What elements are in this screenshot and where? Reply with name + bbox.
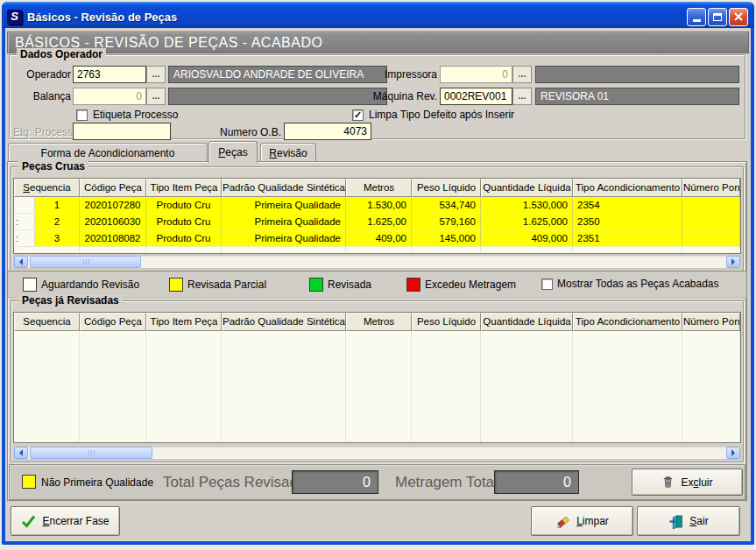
table-row[interactable]: 2 2020106030 Produto Cru Primeira Qualid… xyxy=(14,214,740,230)
excluir-button[interactable]: Excluir xyxy=(632,469,743,496)
col-sequencia[interactable]: Sequencia xyxy=(14,313,80,331)
operador-input[interactable]: 2763 xyxy=(73,66,146,83)
scroll-left-button[interactable] xyxy=(14,447,28,459)
arrow-right-icon xyxy=(731,449,738,456)
metragem-total-label: Metragem Total xyxy=(395,474,498,491)
table-row[interactable]: 1 2020107280 Produto Cru Primeira Qualid… xyxy=(14,197,740,214)
pecas-revisadas-grid[interactable]: Sequencia Código Peça Tipo Item Peça Pad… xyxy=(13,312,741,443)
col-quantidade-liquida[interactable]: Quantidade Líquida xyxy=(481,179,573,197)
cell-metros[interactable]: 409,00 xyxy=(346,230,412,247)
operador-lookup-button[interactable]: ... xyxy=(146,66,166,83)
col-numero-pontos[interactable]: Número Pontos xyxy=(682,313,740,331)
cell-tipo-acond[interactable]: 2354 xyxy=(573,197,682,214)
tab-revisao[interactable]: Revisão xyxy=(260,143,316,162)
cell-tipo-item[interactable]: Produto Cru xyxy=(146,197,222,214)
cell-tipo-item[interactable]: Produto Cru xyxy=(146,230,222,247)
tab-pecas[interactable]: Peças xyxy=(208,141,258,163)
eraser-icon xyxy=(555,514,570,529)
balanca-label: Balança xyxy=(18,90,71,102)
col-peso-liquido[interactable]: Peso Líquido xyxy=(412,313,481,331)
minimize-button[interactable] xyxy=(687,8,706,26)
cell-padrao[interactable]: Primeira Qualidade xyxy=(222,197,346,214)
pecas-revisadas-hscrollbar[interactable] xyxy=(13,446,741,460)
checkbox-icon xyxy=(541,279,553,290)
etiqueta-processo-label: Etiqueta Processo xyxy=(93,109,178,121)
tab-page-pecas: Peças Cruas Sequencia Código Peça Tipo I… xyxy=(7,161,747,501)
sair-button[interactable]: Sair xyxy=(637,506,740,536)
mostrar-todas-checkbox[interactable]: Mostrar Todas as Peças Acabadas xyxy=(541,278,719,290)
cell-codigo[interactable]: 2020108082 xyxy=(80,230,146,247)
minimize-icon xyxy=(693,19,701,22)
col-tipo-acondicionamento[interactable]: Tipo Acondicionamento xyxy=(573,179,682,197)
impressora-lookup-button[interactable]: ... xyxy=(512,66,532,83)
maximize-button[interactable] xyxy=(708,8,727,26)
pecas-revisadas-title: Peças já Revisadas xyxy=(18,294,123,307)
cell-codigo[interactable]: 2020106030 xyxy=(80,214,146,230)
col-metros[interactable]: Metros xyxy=(346,313,412,331)
cell-peso[interactable]: 579,160 xyxy=(412,214,481,230)
etq-processo-label: Etq. Processo xyxy=(13,126,79,138)
cell-quantidade[interactable]: 409,000 xyxy=(481,230,573,247)
cell-quantidade[interactable]: 1.530,000 xyxy=(481,197,573,214)
cell-metros[interactable]: 1.530,00 xyxy=(346,197,412,214)
cell-tipo-acond[interactable]: 2351 xyxy=(573,230,682,247)
col-padrao-qualidade[interactable]: Padrão Qualidade Sintética xyxy=(222,179,346,197)
cell-tipo-acond[interactable]: 2350 xyxy=(573,214,682,230)
col-padrao-qualidade[interactable]: Padrão Qualidade Sintética xyxy=(222,313,346,331)
balanca-input[interactable]: 0 xyxy=(73,88,146,105)
limpa-tipo-defeito-checkbox[interactable]: ✓ Limpa Tipo Defeito após Inserir xyxy=(352,109,514,121)
app-logo-icon: S xyxy=(7,10,22,25)
impressora-input[interactable]: 0 xyxy=(440,66,512,83)
cell-pontos[interactable] xyxy=(682,197,740,214)
cell-peso[interactable]: 534,740 xyxy=(412,197,481,214)
pecas-cruas-hscrollbar[interactable] xyxy=(13,255,741,269)
scrollbar-thumb[interactable] xyxy=(30,447,152,459)
col-quantidade-liquida[interactable]: Quantidade Líquida xyxy=(481,313,573,331)
desktop: S Básicos - Revisão de Peças BÁSICOS - R… xyxy=(0,0,756,550)
balanca-lookup-button[interactable]: ... xyxy=(146,88,166,105)
cell-sequencia[interactable]: 2 xyxy=(35,214,80,230)
scroll-left-button[interactable] xyxy=(14,256,28,268)
cell-quantidade[interactable]: 1.625,000 xyxy=(481,214,573,230)
pecas-cruas-grid[interactable]: Sequencia Código Peça Tipo Item Peça Pad… xyxy=(13,178,741,254)
cell-padrao[interactable]: Primeira Qualidade xyxy=(222,230,346,247)
col-metros[interactable]: Metros xyxy=(346,179,412,197)
encerrar-fase-button[interactable]: Encerrar Fase xyxy=(11,506,120,536)
cell-sequencia[interactable]: 1 xyxy=(35,197,80,214)
col-numero-pontos[interactable]: Número Pontos xyxy=(682,179,740,197)
cell-pontos[interactable] xyxy=(682,214,740,230)
close-button[interactable] xyxy=(729,8,748,26)
cell-codigo[interactable]: 2020107280 xyxy=(80,197,146,214)
col-sequencia[interactable]: Sequencia xyxy=(14,179,80,197)
titlebar[interactable]: S Básicos - Revisão de Peças xyxy=(2,2,754,28)
scrollbar-thumb[interactable] xyxy=(30,256,141,268)
cell-pontos[interactable] xyxy=(682,230,740,247)
cell-padrao[interactable]: Primeira Qualidade xyxy=(222,214,346,230)
maquina-rev-lookup-button[interactable]: ... xyxy=(512,88,532,105)
close-icon xyxy=(734,12,743,21)
col-tipo-item-peca[interactable]: Tipo Item Peça xyxy=(146,313,222,331)
table-row[interactable]: 3 2020108082 Produto Cru Primeira Qualid… xyxy=(14,230,740,247)
maquina-rev-input[interactable]: 0002REV001 xyxy=(440,88,512,105)
scroll-right-button[interactable] xyxy=(726,256,740,268)
cell-metros[interactable]: 1.625,00 xyxy=(346,214,412,230)
cell-tipo-item[interactable]: Produto Cru xyxy=(146,214,222,230)
row-indicator xyxy=(14,214,35,230)
operador-label: Operador xyxy=(18,68,71,81)
col-codigo-peca[interactable]: Código Peça xyxy=(80,179,146,197)
numero-ob-input[interactable]: 4073 xyxy=(284,123,371,140)
etq-processo-input[interactable] xyxy=(73,123,171,140)
etiqueta-processo-checkbox[interactable]: Etiqueta Processo xyxy=(76,109,178,121)
col-peso-liquido[interactable]: Peso Líquido xyxy=(412,179,481,197)
cell-peso[interactable]: 145,000 xyxy=(412,230,481,247)
col-tipo-acondicionamento[interactable]: Tipo Acondicionamento xyxy=(573,313,682,331)
trash-icon xyxy=(661,476,675,489)
tab-forma-de-acondicionamento[interactable]: Forma de Acondicionamento xyxy=(8,143,208,162)
limpar-button[interactable]: Limpar xyxy=(531,506,633,536)
col-codigo-peca[interactable]: Código Peça xyxy=(80,313,146,331)
col-tipo-item-peca[interactable]: Tipo Item Peça xyxy=(146,179,222,197)
scroll-right-button[interactable] xyxy=(726,447,740,459)
cell-sequencia[interactable]: 3 xyxy=(35,230,80,247)
total-pecas-label: Total Peças Revisada xyxy=(163,474,306,491)
numero-ob-label: Numero O.B. xyxy=(209,126,281,138)
